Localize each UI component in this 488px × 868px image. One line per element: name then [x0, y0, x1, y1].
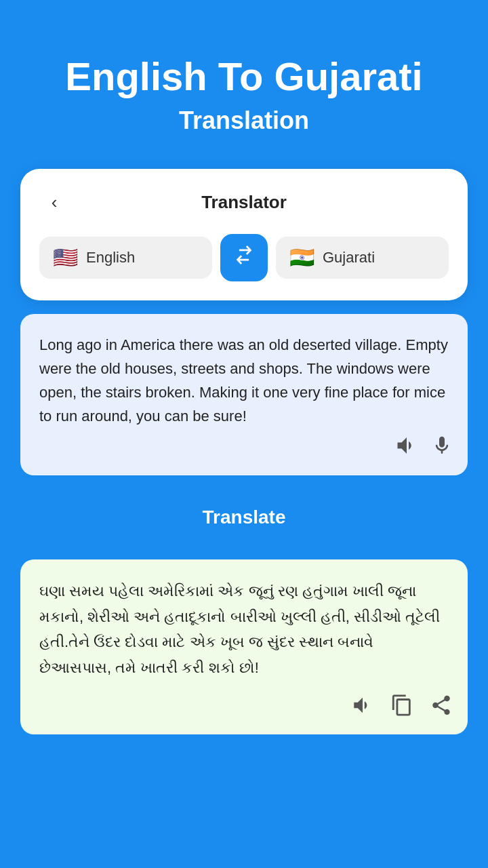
- card-header: ‹ Translator: [39, 188, 449, 218]
- target-language-button[interactable]: 🇮🇳 Gujarati: [276, 237, 449, 279]
- target-language-label: Gujarati: [323, 249, 375, 267]
- translate-button[interactable]: Translate: [20, 489, 468, 546]
- copy-icon[interactable]: [390, 694, 413, 722]
- source-language-label: English: [86, 249, 135, 267]
- swap-language-button[interactable]: [220, 234, 268, 281]
- share-icon[interactable]: [430, 694, 453, 722]
- header-subtitle: Translation: [34, 106, 454, 135]
- output-actions: [351, 694, 453, 722]
- output-text: ઘણા સમય પહેલા અમેરિકામાં એક જૂનું રણ હતુ…: [39, 578, 449, 680]
- language-selector: 🇺🇸 English 🇮🇳 Gujarati: [39, 234, 449, 281]
- input-box[interactable]: Long ago in America there was an old des…: [20, 314, 468, 476]
- source-language-button[interactable]: 🇺🇸 English: [39, 237, 212, 279]
- source-flag: 🇺🇸: [53, 248, 78, 268]
- microphone-icon[interactable]: [431, 435, 453, 462]
- input-actions: [394, 433, 453, 463]
- swap-icon: [232, 243, 256, 271]
- speaker-icon[interactable]: [394, 433, 419, 463]
- output-speaker-icon[interactable]: [351, 694, 374, 722]
- target-flag: 🇮🇳: [289, 248, 314, 268]
- input-text: Long ago in America there was an old des…: [39, 333, 449, 429]
- card-title: Translator: [69, 192, 419, 213]
- output-box: ઘણા સમય પહેલા અમેરિકામાં એક જૂનું રણ હતુ…: [20, 559, 468, 734]
- header: English To Gujarati Translation: [0, 0, 488, 162]
- back-button[interactable]: ‹: [39, 188, 69, 218]
- translator-card: ‹ Translator 🇺🇸 English 🇮🇳 Gujarati: [20, 169, 468, 300]
- header-title: English To Gujarati: [34, 54, 454, 100]
